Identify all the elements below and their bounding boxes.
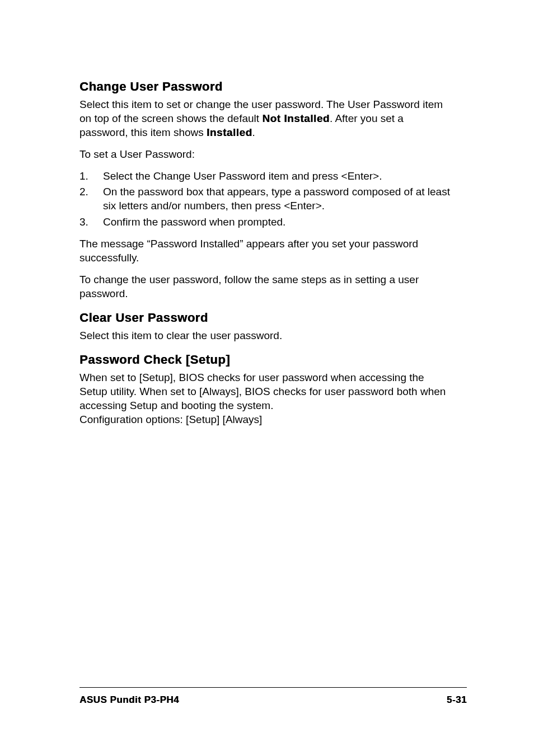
para-password-check-desc: When set to [Setup], BIOS checks for use… (79, 370, 450, 412)
list-item: 2. On the password box that appears, typ… (79, 185, 450, 213)
para-to-set-user-password: To set a User Password: (79, 147, 450, 161)
bold-installed: Installed (207, 126, 252, 138)
step-number: 1. (79, 169, 103, 183)
page-footer: ASUS Pundit P3-PH4 5-31 (79, 687, 467, 706)
para-change-follow-steps: To change the user password, follow the … (79, 273, 450, 300)
heading-clear-user-password: Clear User Password (79, 311, 450, 325)
list-item: 3. Confirm the password when prompted. (79, 215, 450, 229)
footer-page-number: 5-31 (447, 694, 467, 706)
footer-product-name: ASUS Pundit P3-PH4 (79, 694, 179, 706)
para-password-check-options: Configuration options: [Setup] [Always] (79, 412, 450, 426)
manual-page: Change User Password Select this item to… (0, 0, 534, 756)
text-fragment: . (252, 126, 255, 138)
section-change-user-password: Change User Password Select this item to… (79, 79, 450, 300)
step-text: Select the Change User Password item and… (103, 169, 450, 183)
bold-not-installed: Not Installed (262, 112, 330, 124)
list-item: 1. Select the Change User Password item … (79, 169, 450, 183)
section-password-check: Password Check [Setup] When set to [Setu… (79, 353, 450, 426)
step-text: On the password box that appears, type a… (103, 185, 450, 213)
page-content: Change User Password Select this item to… (79, 79, 450, 426)
step-number: 3. (79, 215, 103, 229)
step-text: Confirm the password when prompted. (103, 215, 450, 229)
heading-change-user-password: Change User Password (79, 79, 450, 94)
heading-password-check: Password Check [Setup] (79, 353, 450, 367)
section-clear-user-password: Clear User Password Select this item to … (79, 311, 450, 342)
para-clear-user-password: Select this item to clear the user passw… (79, 328, 450, 342)
para-password-installed-message: The message “Password Installed” appears… (79, 237, 450, 265)
steps-list: 1. Select the Change User Password item … (79, 169, 450, 228)
para-change-user-password-intro: Select this item to set or change the us… (79, 97, 450, 139)
step-number: 2. (79, 185, 103, 213)
